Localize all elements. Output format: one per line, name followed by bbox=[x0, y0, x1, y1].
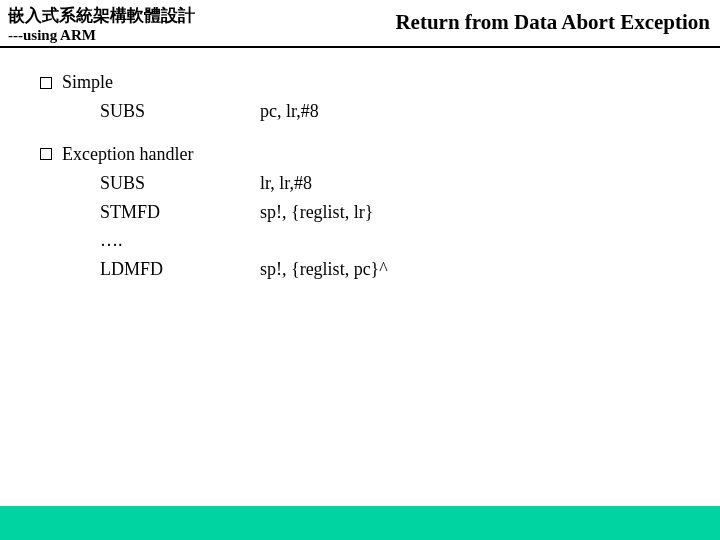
course-title: 嵌入式系統架構軟體設計 bbox=[8, 4, 195, 27]
section-heading: Exception handler bbox=[40, 144, 680, 165]
header-left: 嵌入式系統架構軟體設計 ---using ARM bbox=[8, 4, 195, 44]
slide-content: Simple SUBS pc, lr,#8 Exception handler … bbox=[0, 48, 720, 284]
operands: lr, lr,#8 bbox=[260, 169, 680, 198]
mnemonic: STMFD bbox=[100, 198, 260, 227]
operands: sp!, {reglist, pc}^ bbox=[260, 255, 680, 284]
section-heading: Simple bbox=[40, 72, 680, 93]
mnemonic: SUBS bbox=[100, 169, 260, 198]
mnemonic: SUBS bbox=[100, 97, 260, 126]
slide-title: Return from Data Abort Exception bbox=[395, 4, 712, 35]
code-line: LDMFD sp!, {reglist, pc}^ bbox=[40, 255, 680, 284]
course-subtitle: ---using ARM bbox=[8, 27, 195, 44]
section-heading-text: Exception handler bbox=[62, 144, 193, 165]
operands: pc, lr,#8 bbox=[260, 97, 680, 126]
code-line: SUBS lr, lr,#8 bbox=[40, 169, 680, 198]
operands: sp!, {reglist, lr} bbox=[260, 198, 680, 227]
square-bullet-icon bbox=[40, 77, 52, 89]
slide-header: 嵌入式系統架構軟體設計 ---using ARM Return from Dat… bbox=[0, 0, 720, 48]
section-exception-handler: Exception handler SUBS lr, lr,#8 STMFD s… bbox=[40, 144, 680, 284]
mnemonic: LDMFD bbox=[100, 255, 260, 284]
slide-footer-bar bbox=[0, 506, 720, 540]
section-heading-text: Simple bbox=[62, 72, 113, 93]
square-bullet-icon bbox=[40, 148, 52, 160]
code-line: …. bbox=[40, 226, 680, 255]
mnemonic: …. bbox=[100, 226, 260, 255]
operands bbox=[260, 226, 680, 255]
section-simple: Simple SUBS pc, lr,#8 bbox=[40, 72, 680, 126]
code-line: SUBS pc, lr,#8 bbox=[40, 97, 680, 126]
code-line: STMFD sp!, {reglist, lr} bbox=[40, 198, 680, 227]
